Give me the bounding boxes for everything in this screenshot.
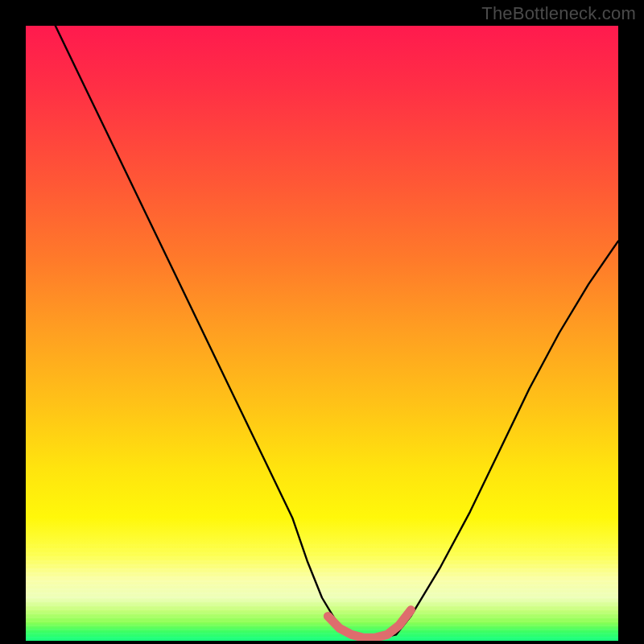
optimal-range-highlight: [328, 610, 411, 638]
plot-area: [26, 26, 618, 641]
curve-svg: [26, 26, 618, 641]
chart-frame: TheBottleneck.com: [0, 0, 644, 644]
bottleneck-curve: [56, 26, 618, 638]
watermark-text: TheBottleneck.com: [481, 3, 636, 24]
